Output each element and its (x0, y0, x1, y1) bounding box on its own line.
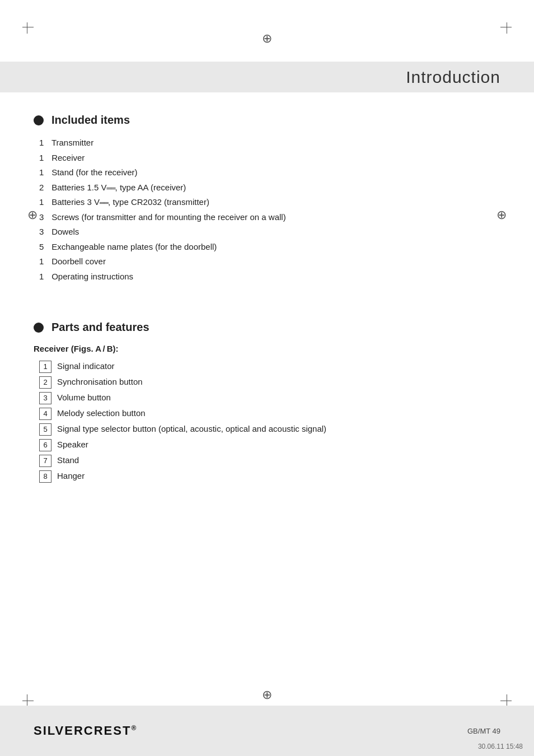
brand-crest: Crest (84, 724, 132, 738)
part-number: 8 (39, 470, 51, 483)
section1-title: Included items (51, 114, 130, 127)
page-title: Introduction (406, 68, 500, 87)
parts-list: 1 Signal indicator 2 Synchronisation but… (34, 360, 500, 483)
list-item: 1 Signal indicator (39, 360, 500, 373)
part-label: Stand (57, 454, 79, 466)
receiver-sub-heading: Receiver (Figs. A / B): (34, 344, 500, 353)
list-item: 6 Speaker (39, 438, 500, 451)
list-item: 2 Synchronisation button (39, 376, 500, 389)
part-label: Signal type selector button (optical, ac… (57, 423, 326, 435)
section-gap (34, 288, 500, 305)
bullet-icon-2 (34, 323, 44, 333)
included-items-list: 1 Transmitter 1 Receiver 1 Stand (for th… (34, 137, 500, 283)
list-item: 8 Hanger (39, 470, 500, 483)
main-content: Included items 1 Transmitter 1 Receiver … (34, 98, 500, 694)
section1-heading: Included items (34, 114, 500, 127)
brand-registered: ® (131, 724, 137, 732)
list-item: 5 Signal type selector button (optical, … (39, 423, 500, 436)
corner-mark-tl (22, 22, 39, 39)
part-label: Signal indicator (57, 360, 115, 372)
list-item: 4 Melody selection button (39, 407, 500, 420)
list-item: 3 Dowels (39, 226, 500, 239)
part-number: 4 (39, 408, 51, 420)
part-label: Speaker (57, 438, 88, 450)
section2-title: Parts and features (51, 321, 149, 334)
part-number: 5 (39, 423, 51, 436)
part-number: 3 (39, 392, 51, 404)
part-number: 6 (39, 439, 51, 451)
list-item: 3 Screws (for transmitter and for mounti… (39, 211, 500, 224)
header-band: Introduction (0, 62, 534, 92)
part-label: Synchronisation button (57, 376, 143, 388)
timestamp: 30.06.11 15:48 (478, 743, 523, 750)
list-item: 1 Operating instructions (39, 270, 500, 283)
section2-heading: Parts and features (34, 321, 500, 334)
brand-silver: Silver (34, 724, 84, 738)
part-label: Volume button (57, 391, 111, 403)
list-item: 2 Batteries 1.5 V══, type AA (receiver) (39, 181, 500, 194)
list-item: 1 Receiver (39, 152, 500, 165)
list-item: 1 Stand (for the receiver) (39, 166, 500, 179)
footer-page-info: GB/MT 49 (467, 727, 500, 735)
part-label: Hanger (57, 470, 85, 482)
part-number: 7 (39, 455, 51, 467)
list-item: 7 Stand (39, 454, 500, 467)
crosshair-top: ⊕ (259, 31, 275, 46)
part-number: 2 (39, 376, 51, 389)
list-item: 3 Volume button (39, 391, 500, 404)
brand-logo: SilverCrest® (34, 724, 137, 738)
list-item: 1 Doorbell cover (39, 255, 500, 268)
bullet-icon-1 (34, 115, 44, 125)
list-item: 1 Transmitter (39, 137, 500, 150)
part-number: 1 (39, 361, 51, 373)
list-item: 5 Exchangeable name plates (for the door… (39, 241, 500, 254)
footer: SilverCrest® GB/MT 49 (0, 706, 534, 756)
list-item: 1 Batteries 3 V══, type CR2032 (transmit… (39, 196, 500, 209)
part-label: Melody selection button (57, 407, 146, 419)
corner-mark-tr (495, 22, 512, 39)
